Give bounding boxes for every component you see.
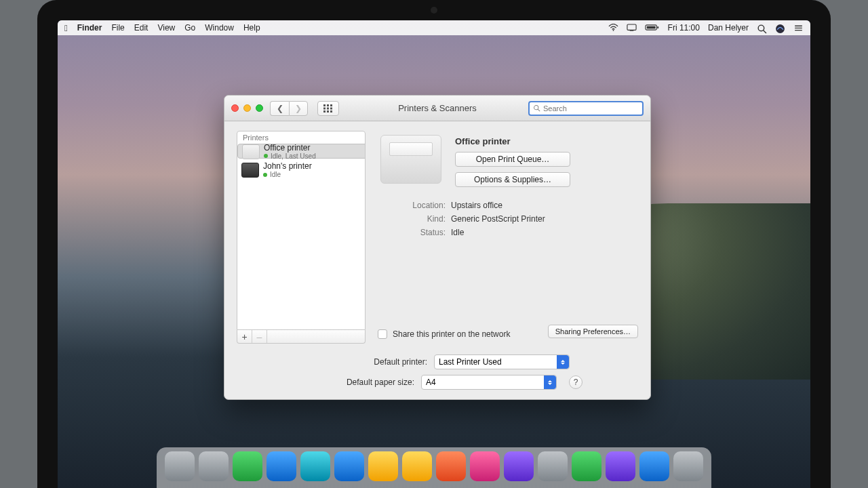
status-dot — [264, 154, 268, 158]
zoom-button[interactable] — [256, 104, 263, 112]
svg-rect-12 — [323, 104, 326, 106]
dock-app[interactable] — [267, 451, 296, 481]
svg-rect-19 — [327, 110, 329, 113]
dock-app[interactable] — [538, 451, 568, 481]
kind-value: Generic PostScript Printer — [451, 214, 545, 224]
menu-app[interactable]: Finder — [77, 23, 102, 33]
menu-view[interactable]: View — [157, 23, 175, 33]
options-supplies-button[interactable]: Options & Supplies… — [455, 172, 570, 187]
printer-item-johns[interactable]: John's printer Idle — [237, 159, 365, 181]
dock-app[interactable] — [165, 451, 195, 481]
printer-list-footer: + – — [237, 330, 366, 344]
window-titlebar[interactable]: ❮ ❯ Printers & Scanners — [224, 96, 650, 121]
default-paper-value: A4 — [426, 378, 436, 387]
minimize-button[interactable] — [243, 104, 251, 112]
traffic-lights — [231, 104, 263, 112]
menu-file[interactable]: File — [111, 23, 124, 33]
svg-rect-18 — [323, 110, 326, 113]
svg-point-6 — [758, 25, 764, 31]
status-label: Status: — [398, 228, 446, 237]
dock-app[interactable] — [300, 451, 330, 481]
wifi-icon[interactable] — [608, 24, 618, 32]
printer-sidebar: Printers Office printer Idle, Last Used — [237, 131, 366, 344]
default-paper-label: Default paper size: — [292, 378, 414, 387]
preferences-window: ❮ ❯ Printers & Scanners Printer — [224, 95, 651, 400]
open-print-queue-button[interactable]: Open Print Queue… — [455, 152, 570, 167]
show-all-button[interactable] — [317, 101, 339, 116]
svg-rect-1 — [627, 24, 636, 30]
default-printer-select[interactable]: Last Printer Used — [434, 354, 570, 369]
default-paper-select[interactable]: A4 — [421, 375, 557, 390]
nav-buttons: ❮ ❯ — [270, 101, 308, 116]
svg-point-8 — [776, 24, 785, 33]
svg-point-21 — [534, 106, 538, 110]
laptop-frame:  Finder File Edit View Go Window Help F… — [37, 0, 831, 488]
help-button[interactable]: ? — [569, 375, 583, 389]
notification-center-icon[interactable] — [793, 24, 804, 32]
share-printer-label: Share this printer on the network — [393, 329, 510, 339]
printer-detail: Office printer Open Print Queue… Options… — [378, 131, 638, 344]
svg-line-22 — [538, 109, 540, 111]
share-printer-checkbox[interactable] — [378, 329, 387, 339]
svg-rect-5 — [657, 26, 658, 28]
menu-window[interactable]: Window — [205, 23, 234, 33]
dock-app[interactable] — [572, 451, 601, 481]
printer-list-header: Printers — [237, 131, 365, 144]
kind-label: Kind: — [398, 214, 446, 224]
siri-icon[interactable] — [775, 24, 785, 32]
menu-go[interactable]: Go — [184, 23, 195, 33]
dock-app[interactable] — [436, 451, 466, 481]
default-printer-value: Last Printer Used — [439, 357, 502, 367]
default-printer-label: Default printer: — [305, 357, 427, 367]
dock-app[interactable] — [504, 451, 534, 481]
dock-app[interactable] — [673, 451, 703, 481]
printer-item-status: Idle, Last Used — [264, 152, 316, 160]
spotlight-icon[interactable] — [757, 24, 767, 32]
location-label: Location: — [398, 201, 446, 210]
remove-printer-button[interactable]: – — [252, 330, 267, 343]
chevron-updown-icon — [544, 375, 556, 389]
svg-rect-15 — [323, 107, 326, 109]
close-button[interactable] — [231, 104, 239, 112]
dock-app[interactable] — [334, 451, 364, 481]
printer-large-icon — [380, 135, 441, 184]
dock-app[interactable] — [639, 451, 669, 481]
camera-notch — [431, 7, 437, 14]
display-icon[interactable] — [627, 24, 637, 32]
forward-button[interactable]: ❯ — [289, 101, 308, 116]
printer-info: Location:Upstairs office Kind:Generic Po… — [398, 201, 638, 241]
svg-rect-4 — [646, 26, 655, 29]
back-button[interactable]: ❮ — [270, 101, 289, 116]
printer-item-office[interactable]: Office printer Idle, Last Used — [237, 144, 366, 159]
chevron-updown-icon — [557, 355, 569, 369]
menu-bar:  Finder File Edit View Go Window Help F… — [58, 20, 810, 35]
dock-app[interactable] — [606, 451, 635, 481]
dock-app[interactable] — [199, 451, 229, 481]
add-printer-button[interactable]: + — [237, 330, 252, 343]
search-input[interactable] — [543, 104, 639, 113]
dock-app[interactable] — [402, 451, 432, 481]
printer-list[interactable]: Printers Office printer Idle, Last Used — [237, 131, 366, 330]
svg-rect-13 — [327, 104, 329, 106]
menu-user[interactable]: Dan Helyer — [708, 23, 749, 33]
dock-app[interactable] — [368, 451, 398, 481]
search-field[interactable] — [528, 101, 644, 116]
dock — [157, 447, 711, 488]
svg-rect-16 — [327, 107, 329, 109]
status-value: Idle — [451, 228, 464, 237]
menu-help[interactable]: Help — [243, 23, 260, 33]
printer-icon — [241, 163, 259, 178]
sharing-preferences-button[interactable]: Sharing Preferences… — [548, 325, 638, 338]
svg-rect-17 — [330, 107, 332, 109]
printer-item-status: Idle — [263, 171, 312, 178]
menu-clock[interactable]: Fri 11:00 — [668, 23, 700, 33]
desktop:  Finder File Edit View Go Window Help F… — [58, 20, 810, 488]
menu-edit[interactable]: Edit — [134, 23, 149, 33]
dock-app[interactable] — [470, 451, 500, 481]
defaults-section: Default printer: Last Printer Used Defau… — [237, 350, 638, 390]
status-dot — [263, 173, 267, 177]
dock-app[interactable] — [233, 451, 262, 481]
battery-icon[interactable] — [645, 24, 660, 32]
svg-point-0 — [612, 30, 614, 31]
apple-menu-icon[interactable]:  — [64, 23, 68, 33]
